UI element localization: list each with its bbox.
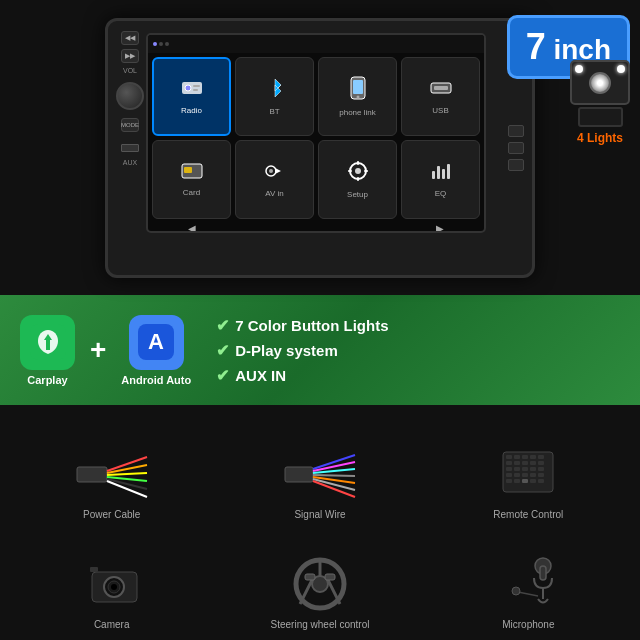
nav-right[interactable]: ▶ — [436, 223, 444, 233]
svg-point-70 — [111, 584, 117, 590]
svg-rect-51 — [538, 461, 544, 465]
menu-item-usb[interactable]: USB — [401, 57, 480, 136]
svg-rect-71 — [90, 567, 98, 572]
svg-rect-64 — [522, 479, 528, 483]
check-mark-1: ✔ — [216, 341, 229, 360]
android-auto-label: Android Auto — [121, 374, 191, 386]
prev-btn[interactable]: ◀◀ — [121, 31, 139, 45]
microphone-image — [488, 554, 568, 614]
feature-text-2: AUX IN — [235, 367, 286, 384]
camera-lens — [589, 72, 611, 94]
svg-rect-45 — [530, 455, 536, 459]
right-controls — [508, 125, 524, 171]
menu-item-radio[interactable]: Radio — [152, 57, 231, 136]
right-btn-2[interactable] — [508, 142, 524, 154]
android-auto-icon: A — [129, 315, 184, 370]
led-2 — [617, 65, 625, 73]
menu-label-usb: USB — [432, 106, 448, 115]
accessory-camera-bottom: Camera — [10, 525, 213, 630]
svg-rect-17 — [348, 170, 352, 172]
mode-btn[interactable]: MODE — [121, 118, 139, 132]
svg-rect-61 — [538, 473, 544, 477]
svg-rect-56 — [538, 467, 544, 471]
next-btn[interactable]: ▶▶ — [121, 49, 139, 63]
menu-item-bt[interactable]: BT — [235, 57, 314, 136]
screen-topbar — [148, 35, 484, 53]
menu-label-bt: BT — [269, 107, 279, 116]
camera-bottom-image — [72, 554, 152, 614]
svg-rect-49 — [522, 461, 528, 465]
power-cable-image — [72, 444, 152, 504]
svg-rect-19 — [432, 171, 435, 179]
left-controls: ◀◀ ▶▶ VOL MODE AUX — [116, 31, 144, 166]
nav-left[interactable]: ◀ — [188, 223, 196, 233]
feature-item-2: ✔AUX IN — [216, 366, 388, 385]
svg-point-83 — [512, 587, 520, 595]
svg-rect-65 — [530, 479, 536, 483]
accessory-remote: Remote Control — [427, 415, 630, 520]
feature-item-1: ✔D-Play system — [216, 341, 388, 360]
menu-icon-radio — [180, 78, 204, 103]
menu-item-phone_link[interactable]: phone link — [318, 57, 397, 136]
menu-item-av_in[interactable]: AV in — [235, 140, 314, 219]
power-cable-label: Power Cable — [83, 509, 140, 520]
svg-rect-48 — [514, 461, 520, 465]
right-btn-1[interactable] — [508, 125, 524, 137]
svg-rect-60 — [530, 473, 536, 477]
svg-rect-42 — [506, 455, 512, 459]
svg-text:A: A — [148, 329, 164, 354]
svg-point-1 — [185, 85, 191, 91]
usb-slot — [121, 144, 139, 152]
camera-body — [570, 60, 630, 105]
svg-rect-21 — [442, 169, 445, 179]
stereo-unit: ◀◀ ▶▶ VOL MODE AUX Radio — [105, 18, 535, 278]
led-1 — [575, 65, 583, 73]
svg-point-12 — [269, 169, 273, 173]
volume-knob[interactable] — [116, 82, 144, 110]
svg-rect-66 — [538, 479, 544, 483]
svg-line-76 — [327, 578, 340, 604]
svg-rect-55 — [530, 467, 536, 471]
carplay-label: Carplay — [27, 374, 67, 386]
signal-indicator — [153, 42, 169, 46]
feature-text-0: 7 Color Button Lights — [235, 317, 388, 334]
svg-rect-2 — [193, 85, 200, 87]
nav-arrows: ◀ ▶ — [148, 223, 484, 233]
signal-wire-label: Signal Wire — [294, 509, 345, 520]
svg-rect-53 — [514, 467, 520, 471]
microphone-label: Microphone — [502, 619, 554, 630]
menu-item-setup[interactable]: Setup — [318, 140, 397, 219]
svg-rect-3 — [193, 89, 198, 91]
camera-mount — [578, 107, 623, 127]
steering-label: Steering wheel control — [271, 619, 370, 630]
svg-rect-52 — [506, 467, 512, 471]
remote-label: Remote Control — [493, 509, 563, 520]
svg-rect-46 — [538, 455, 544, 459]
menu-item-card[interactable]: Card — [152, 140, 231, 219]
accessory-microphone: Microphone — [427, 525, 630, 630]
menu-label-setup: Setup — [347, 190, 368, 199]
menu-icon-bt — [265, 77, 285, 104]
svg-rect-8 — [434, 86, 448, 90]
svg-rect-33 — [285, 467, 313, 482]
screen: Radio BT phone link USB Card A — [146, 33, 486, 233]
camera-bottom-label: Camera — [94, 619, 130, 630]
svg-rect-15 — [357, 161, 359, 165]
menu-icon-setup — [347, 160, 369, 187]
vol-label: VOL — [123, 67, 137, 74]
steering-image — [280, 554, 360, 614]
svg-rect-77 — [305, 574, 315, 580]
menu-item-eq[interactable]: EQ — [401, 140, 480, 219]
svg-line-37 — [313, 475, 355, 476]
svg-rect-20 — [437, 166, 440, 179]
features-list: ✔7 Color Button Lights✔D-Play system✔AUX… — [216, 316, 388, 385]
svg-rect-43 — [514, 455, 520, 459]
right-btn-3[interactable] — [508, 159, 524, 171]
svg-line-29 — [107, 473, 147, 475]
menu-icon-phone_link — [349, 76, 367, 105]
svg-rect-10 — [184, 167, 192, 173]
accessory-power-cable: Power Cable — [10, 415, 213, 520]
svg-line-82 — [518, 592, 538, 596]
plus-sign: + — [90, 334, 106, 366]
svg-rect-78 — [325, 574, 335, 580]
